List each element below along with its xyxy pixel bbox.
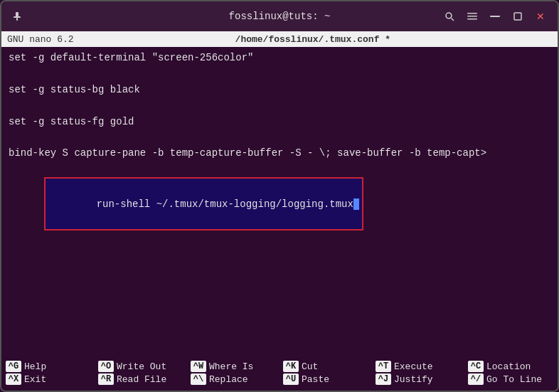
editor-line-8: run-shell ~/.tmux/tmux-logging/logging.t… (9, 161, 550, 247)
search-button[interactable] (440, 6, 459, 26)
key-ctrl-r: ^R (98, 374, 114, 385)
editor-area[interactable]: set -g default-terminal "screen-256color… (1, 47, 558, 358)
svg-line-4 (452, 18, 454, 21)
editor-line-7: bind-key S capture-pane -b temp-capture-… (9, 145, 550, 161)
close-button[interactable]: ✕ (531, 6, 550, 26)
shortcuts-bar: ^G Help ^O Write Out ^W Where Is ^K Cut … (1, 358, 558, 391)
shortcut-replace: ^\ Replace (191, 374, 276, 385)
key-ctrl-c: ^C (468, 361, 484, 372)
key-ctrl-o: ^O (98, 361, 114, 372)
shortcut-execute: ^T Execute (376, 361, 461, 372)
label-help: Help (24, 361, 46, 372)
minimize-button[interactable] (485, 6, 505, 26)
editor-line-1: set -g default-terminal "screen-256color… (9, 50, 550, 65)
editor-line-2 (9, 65, 550, 81)
key-ctrl-x: ^X (6, 374, 21, 385)
label-paste: Paste (302, 374, 329, 385)
svg-point-3 (446, 13, 452, 18)
nano-filename: /home/fosslinux/.tmux.conf * (235, 34, 390, 45)
key-ctrl-g: ^G (6, 361, 21, 372)
key-ctrl-backslash: ^\ (191, 374, 206, 385)
label-justify: Justify (394, 374, 433, 385)
svg-rect-6 (467, 16, 477, 17)
run-shell-text: run-shell ~/.tmux/tmux-logging/logging.t… (97, 198, 353, 210)
label-where-is: Where Is (209, 361, 253, 372)
svg-rect-2 (16, 18, 18, 21)
editor-line-6 (9, 129, 550, 145)
shortcut-location: ^C Location (468, 361, 553, 372)
shortcuts-row-1: ^G Help ^O Write Out ^W Where Is ^K Cut … (6, 361, 553, 372)
key-ctrl-w: ^W (191, 361, 206, 372)
window-title: fosslinux@tuts: ~ (229, 11, 331, 22)
cursor (353, 198, 359, 210)
label-location: Location (486, 361, 531, 372)
label-cut: Cut (302, 361, 318, 372)
label-go-to-line: Go To Line (486, 374, 542, 385)
shortcuts-row-2: ^X Exit ^R Read File ^\ Replace ^U Paste… (6, 374, 553, 385)
label-replace: Replace (209, 374, 248, 385)
svg-rect-8 (490, 16, 500, 17)
shortcut-paste: ^U Paste (283, 374, 368, 385)
terminal-window: fosslinux@tuts: ~ (0, 0, 559, 392)
maximize-button[interactable] (508, 6, 528, 26)
svg-rect-1 (14, 16, 21, 18)
shortcut-help: ^G Help (6, 361, 91, 372)
editor-line-5: set -g status-fg gold (9, 114, 550, 129)
highlighted-text: run-shell ~/.tmux/tmux-logging/logging.t… (44, 177, 363, 231)
label-exit: Exit (24, 374, 46, 385)
shortcut-justify: ^J Justify (376, 374, 461, 385)
svg-rect-7 (467, 18, 477, 20)
nano-version: GNU nano 6.2 (7, 34, 74, 45)
shortcut-where-is: ^W Where Is (191, 361, 276, 372)
key-ctrl-j: ^J (376, 374, 391, 385)
menu-button[interactable] (462, 6, 482, 26)
label-read-file: Read File (117, 374, 166, 385)
window-controls: ✕ (440, 6, 550, 26)
shortcut-read-file: ^R Read File (98, 374, 183, 385)
shortcut-cut: ^K Cut (283, 361, 368, 372)
svg-rect-9 (514, 13, 521, 20)
editor-line-3: set -g status-bg black (9, 82, 550, 97)
key-ctrl-t: ^T (376, 361, 391, 372)
shortcut-exit: ^X Exit (6, 374, 91, 385)
nano-header: GNU nano 6.2 /home/fosslinux/.tmux.conf … (1, 31, 558, 47)
shortcut-write-out: ^O Write Out (98, 361, 183, 372)
editor-line-4 (9, 97, 550, 113)
title-bar-left (9, 8, 26, 25)
shortcut-go-to-line: ^/ Go To Line (468, 374, 553, 385)
label-write-out: Write Out (117, 361, 166, 372)
svg-rect-5 (467, 13, 477, 14)
title-bar: fosslinux@tuts: ~ (1, 1, 558, 31)
label-execute: Execute (394, 361, 433, 372)
svg-rect-0 (16, 12, 18, 17)
key-ctrl-k: ^K (283, 361, 299, 372)
key-ctrl-slash: ^/ (468, 374, 484, 385)
key-ctrl-u: ^U (283, 374, 299, 385)
pin-icon[interactable] (9, 8, 26, 25)
